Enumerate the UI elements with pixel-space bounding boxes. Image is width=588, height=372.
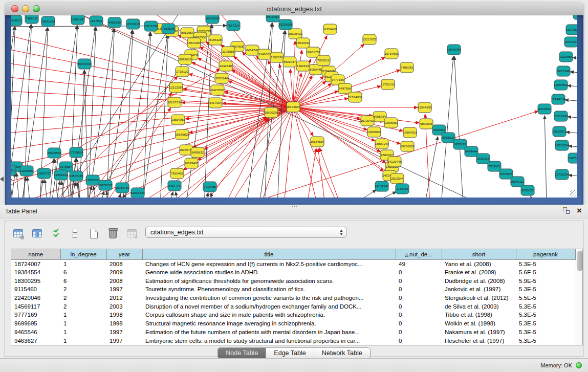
graph-node[interactable]: 15751074 — [564, 37, 577, 47]
graph-edge[interactable] — [100, 191, 104, 198]
graph-node[interactable]: 12923449 — [130, 188, 145, 198]
table-row[interactable]: 1938455462009Genome-wide association stu… — [11, 268, 575, 277]
show-columns-button[interactable] — [30, 227, 44, 240]
graph-edge[interactable] — [16, 173, 19, 198]
graph-node[interactable]: 11675319 — [568, 153, 577, 163]
graph-node[interactable]: 8454749 — [246, 45, 259, 55]
graph-node[interactable]: 12217857 — [362, 34, 377, 45]
graph-node[interactable]: 1733426 — [396, 184, 409, 194]
graph-edge[interactable] — [230, 107, 293, 198]
graph-node[interactable]: 14139141 — [375, 181, 389, 191]
graph-edge[interactable] — [21, 177, 26, 198]
graph-node[interactable]: 9242848 — [219, 61, 232, 71]
graph-edge[interactable] — [117, 194, 121, 198]
graph-edge[interactable] — [205, 193, 208, 198]
table-selector-dropdown[interactable]: citations_edges.txt ▲▼ — [145, 227, 346, 238]
graph-node[interactable]: 12093822 — [554, 80, 568, 90]
graph-node[interactable]: 16543382 — [187, 38, 201, 48]
graph-node[interactable]: 7955812 — [317, 55, 330, 65]
close-panel-icon[interactable]: × — [577, 207, 582, 214]
graph-node[interactable]: 16210643 — [554, 111, 568, 121]
graph-edge[interactable] — [353, 190, 376, 198]
graph-node[interactable]: 18724007 — [286, 102, 300, 112]
table-row[interactable]: 911546021997Tourette syndrome. Phenomeno… — [11, 285, 575, 294]
graph-node[interactable]: 7932621 — [488, 161, 501, 171]
graph-node[interactable]: 3175685 — [222, 47, 235, 57]
table-row[interactable]: 969969511998Structural magnetic resonanc… — [11, 319, 575, 328]
column-header-name[interactable]: name — [11, 249, 60, 259]
graph-node[interactable]: 1913911 — [11, 165, 16, 176]
graph-node[interactable]: 11156809 — [20, 166, 34, 176]
graph-edge[interactable] — [307, 148, 316, 198]
create-column-button[interactable] — [86, 227, 101, 240]
graph-node[interactable]: 18300295 — [264, 107, 278, 118]
graph-node[interactable]: 7515526 — [162, 24, 175, 34]
graph-edge[interactable] — [11, 28, 293, 107]
select-columns-button[interactable]: ▫✔▫✔ — [49, 227, 63, 240]
row-options-button[interactable] — [68, 227, 82, 240]
graph-node[interactable]: 9417004 — [209, 98, 222, 108]
graph-node[interactable]: 18325419 — [288, 29, 302, 39]
graph-node[interactable]: 5938921 — [442, 133, 455, 143]
tab-edge-table[interactable]: Edge Table — [266, 348, 313, 358]
graph-node[interactable]: 8215953 — [538, 104, 551, 114]
column-header-pagerank[interactable]: pagerank — [516, 249, 575, 259]
graph-node[interactable]: 9899695 — [420, 119, 433, 129]
graph-edge[interactable] — [319, 148, 340, 198]
graph-edge[interactable] — [88, 27, 96, 198]
column-header-year[interactable]: year — [106, 249, 142, 259]
graph-node[interactable]: 19218596 — [278, 19, 293, 30]
graph-node[interactable]: 21564080 — [348, 92, 362, 102]
graph-node[interactable]: 9716485 — [203, 182, 216, 192]
graph-node[interactable]: 20691406 — [41, 16, 55, 27]
graph-edge[interactable] — [566, 132, 577, 135]
column-header-short[interactable]: short — [442, 249, 516, 259]
graph-node[interactable]: 17957223 — [85, 175, 100, 185]
graph-node[interactable]: 7485083 — [400, 62, 413, 73]
graph-node[interactable]: 8466160 — [108, 17, 121, 28]
graph-node[interactable]: 5499822 — [191, 147, 204, 158]
graph-node[interactable]: 20206576 — [47, 148, 61, 158]
graph-node[interactable]: 9457771 — [168, 181, 181, 191]
graph-node[interactable]: 9227349 — [557, 66, 570, 76]
graph-node[interactable]: 11254408 — [323, 24, 337, 34]
graph-node[interactable]: 16099485 — [184, 158, 199, 168]
graph-node[interactable]: 9474444 — [465, 146, 478, 157]
graph-edge[interactable] — [569, 175, 577, 178]
table-row[interactable]: 2242004622012Investigating the contribut… — [11, 294, 575, 302]
graph-node[interactable]: 14120746 — [387, 157, 402, 167]
table-row[interactable]: 946362711997Embryonic stem cells: a mode… — [11, 336, 575, 345]
graph-edge[interactable] — [160, 35, 168, 198]
column-header-in-degree[interactable]: in_degree — [60, 249, 106, 259]
graph-node[interactable]: 10996951 — [384, 118, 398, 128]
graph-node[interactable]: 26053346 — [77, 59, 92, 69]
graph-node[interactable]: 16033809 — [205, 15, 220, 24]
graph-edge[interactable] — [573, 57, 577, 60]
panel-collapse-arrow[interactable] — [0, 177, 4, 182]
graph-node[interactable]: 11451947 — [54, 170, 68, 180]
graph-node[interactable]: 8186328 — [209, 35, 222, 45]
graph-node[interactable]: 18751016 — [381, 79, 395, 90]
graph-edge[interactable] — [176, 192, 178, 198]
graph-edge[interactable] — [569, 146, 577, 148]
graph-node[interactable]: 17359924 — [69, 147, 83, 158]
graph-node[interactable]: 1527602 — [90, 16, 103, 26]
graph-node[interactable]: 8822037 — [283, 57, 296, 67]
graph-node[interactable]: 2718120 — [176, 67, 189, 77]
table-row[interactable]: 1456911722003Disruption of a novel membe… — [11, 302, 575, 311]
graph-node[interactable]: 10653287 — [71, 15, 85, 25]
graph-node[interactable]: 10688609 — [367, 127, 381, 137]
graph-node[interactable]: 15692971 — [552, 126, 567, 137]
graph-node[interactable]: 11172616 — [566, 25, 577, 35]
graph-node[interactable]: 2405572 — [11, 15, 22, 26]
graph-node[interactable]: 9129966 — [559, 52, 573, 62]
graph-node[interactable]: 19734593 — [384, 49, 399, 59]
graph-node[interactable]: 7857224 — [227, 20, 240, 31]
graph-node[interactable]: 12444134 — [551, 94, 565, 104]
network-canvas[interactable]: 7963822966012889129541822605898275081654… — [11, 15, 577, 198]
graph-node[interactable]: 9146821 — [258, 49, 271, 59]
table-row[interactable]: 1830029562008Estimation of significance … — [11, 276, 575, 285]
graph-node[interactable]: 9899619 — [179, 54, 192, 64]
graph-node[interactable]: 9277456 — [573, 15, 577, 19]
graph-node[interactable]: 10719195 — [126, 19, 140, 29]
